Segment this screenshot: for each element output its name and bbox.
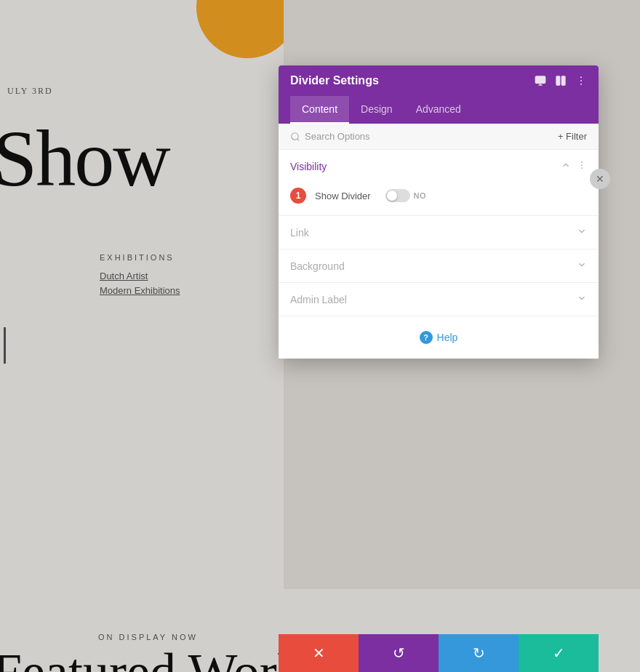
svg-point-10 (581, 161, 583, 163)
panel-tabs: Content Design Advanced (279, 96, 599, 124)
link-chevron-icon (577, 226, 587, 239)
help-icon: ? (420, 331, 433, 344)
svg-point-8 (292, 132, 298, 139)
screen-icon[interactable] (535, 75, 546, 87)
search-bar: Search Options + Filter (279, 124, 599, 150)
svg-line-9 (297, 138, 300, 140)
toggle-no-label: NO (414, 191, 427, 200)
section-link[interactable]: Link (279, 216, 599, 249)
toggle-wrap: NO (385, 189, 427, 202)
cancel-icon: ✕ (313, 644, 325, 662)
cancel-button[interactable]: ✕ (279, 634, 359, 672)
undo-button[interactable]: ↺ (359, 634, 439, 672)
panel-title: Divider Settings (290, 74, 379, 87)
badge-number: 1 (296, 191, 301, 201)
filter-button[interactable]: + Filter (558, 131, 587, 142)
background-chevron-icon (577, 260, 587, 272)
show-divider-label: Show Divider (315, 191, 371, 201)
close-icon: ✕ (596, 173, 604, 185)
save-icon: ✓ (553, 644, 565, 662)
section-admin-label[interactable]: Admin Label (279, 283, 599, 316)
svg-rect-4 (561, 76, 565, 85)
background-title: Background (290, 260, 345, 272)
undo-icon: ↺ (393, 644, 405, 662)
svg-rect-0 (535, 76, 545, 83)
svg-point-12 (581, 167, 583, 169)
toggle-knob (387, 191, 397, 201)
tab-content[interactable]: Content (290, 96, 349, 124)
svg-point-11 (581, 164, 583, 166)
search-placeholder: Search Options (305, 131, 370, 142)
section-background[interactable]: Background (279, 249, 599, 283)
chevron-up-icon (561, 160, 571, 173)
visibility-section-header[interactable]: Visibility (279, 150, 599, 183)
settings-panel: Divider Settings Content Design Advance (279, 65, 599, 359)
svg-rect-3 (556, 76, 560, 85)
link-title: Link (290, 227, 309, 239)
show-divider-row: 1 Show Divider NO (279, 183, 599, 215)
bottom-toolbar: ✕ ↺ ↻ ✓ (279, 634, 599, 672)
panel-body: Visibility 1 (279, 150, 599, 359)
tab-design[interactable]: Design (349, 96, 404, 124)
panel-header-icons (535, 75, 587, 87)
section-visibility: Visibility 1 (279, 150, 599, 216)
svg-point-6 (580, 80, 582, 81)
panel-header: Divider Settings (279, 65, 599, 96)
search-input-wrap[interactable]: Search Options (290, 131, 370, 142)
visibility-section-icons (561, 160, 587, 173)
columns-icon[interactable] (555, 75, 567, 87)
help-link[interactable]: Help (437, 332, 458, 343)
close-button[interactable]: ✕ (590, 169, 610, 189)
svg-point-7 (580, 84, 582, 85)
admin-label-title: Admin Label (290, 294, 347, 305)
redo-icon: ↻ (473, 644, 485, 662)
search-icon (290, 132, 300, 142)
redo-button[interactable]: ↻ (439, 634, 519, 672)
more-options-icon[interactable] (575, 75, 587, 87)
svg-point-5 (580, 76, 582, 78)
admin-label-chevron-icon (577, 293, 587, 305)
filter-label: + Filter (558, 131, 587, 142)
section-more-icon[interactable] (577, 160, 587, 173)
field-badge: 1 (290, 188, 306, 204)
help-row: ? Help (279, 316, 599, 359)
visibility-title: Visibility (290, 161, 327, 172)
save-button[interactable]: ✓ (519, 634, 599, 672)
show-divider-toggle[interactable] (385, 189, 410, 202)
tab-advanced[interactable]: Advanced (404, 96, 473, 124)
